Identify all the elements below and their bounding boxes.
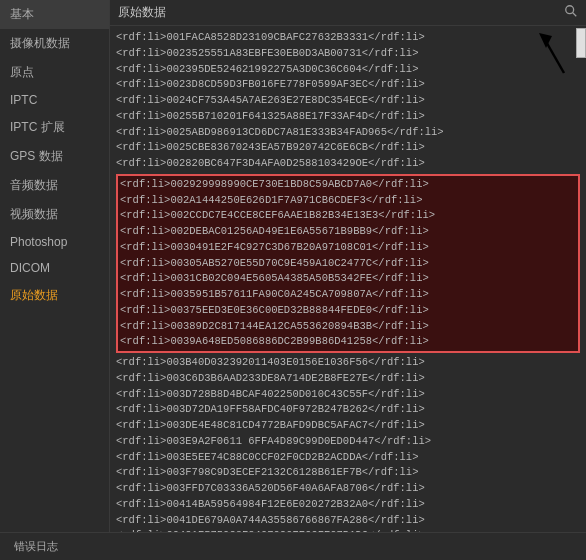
sidebar-item-video[interactable]: 视频数据 — [0, 200, 109, 229]
highlighted-line: <rdf:li>00375EED3E0E36C00ED32B88844FEDE0… — [120, 303, 576, 319]
sidebar-item-basic[interactable]: 基本 — [0, 0, 109, 29]
sidebar-item-photoshop[interactable]: Photoshop — [0, 229, 109, 255]
sidebar-item-audio[interactable]: 音频数据 — [0, 171, 109, 200]
text-line: <rdf:li>0025CBE83670243EA57B920742C6E6CB… — [116, 140, 580, 156]
text-line: <rdf:li>003D728B8D4BCAF402250D010C43C55F… — [116, 387, 580, 403]
highlighted-line: <rdf:li>0039A648ED5086886DC2B99B86D41258… — [120, 334, 576, 350]
sidebar-item-raw[interactable]: 原始数据 — [0, 281, 109, 310]
text-line: <rdf:li>001FACA8528D23109CBAFC27632B3331… — [116, 30, 580, 46]
highlighted-block: <rdf:li>002929998990CE730E1BD8C59ABCD7A0… — [116, 174, 580, 353]
highlighted-line: <rdf:li>00305AB5270E55D70C9E459A10C2477C… — [120, 256, 576, 272]
highlighted-line: <rdf:li>002DEBAC01256AD49E1E6A55671B9BB9… — [120, 224, 576, 240]
scrollbar-thumb[interactable] — [576, 28, 586, 58]
text-line: <rdf:li>00414BA59564984F12E6E020272B32A0… — [116, 497, 580, 513]
text-line: <rdf:li>003B40D032392011403E0156E1036F56… — [116, 355, 580, 371]
highlighted-line: <rdf:li>002929998990CE730E1BD8C59ABCD7A0… — [120, 177, 576, 193]
main-title: 原始数据 — [118, 4, 166, 21]
text-line: <rdf:li>003E9A2F0611 6FFA4D89C99D0ED0D44… — [116, 434, 580, 450]
lines-after-block: <rdf:li>003B40D032392011403E0156E1036F56… — [116, 355, 580, 532]
sidebar-item-origin[interactable]: 原点 — [0, 58, 109, 87]
sidebar: 基本 摄像机数据 原点 IPTC IPTC 扩展 GPS 数据 音频数据 视频数… — [0, 0, 110, 532]
raw-data-text[interactable]: <rdf:li>001FACA8528D23109CBAFC27632B3331… — [110, 26, 586, 532]
highlighted-line: <rdf:li>00389D2C817144EA12CA553620894B3B… — [120, 319, 576, 335]
highlighted-line: <rdf:li>002A1444250E626D1F7A971CB6CDEF3<… — [120, 193, 576, 209]
highlighted-line: <rdf:li>0035951B57611FA90C0A245CA709807A… — [120, 287, 576, 303]
bottom-bar: 错误日志 — [0, 532, 586, 560]
text-line: <rdf:li>00421E575928F8497039EECCFE07B1DC… — [116, 528, 580, 532]
text-line: <rdf:li>0041DE679A0A744A35586766867FA286… — [116, 513, 580, 529]
lines-before-block: <rdf:li>001FACA8528D23109CBAFC27632B3331… — [116, 30, 580, 172]
text-line: <rdf:li>002820BC647F3D4AFA0D2588103429OE… — [116, 156, 580, 172]
text-line: <rdf:li>0024CF753A45A7AE263E27E8DC354ECE… — [116, 93, 580, 109]
highlighted-line: <rdf:li>002CCDC7E4CCE8CEF6AAE1B82B34E13E… — [120, 208, 576, 224]
sidebar-item-iptc[interactable]: IPTC — [0, 87, 109, 113]
search-button[interactable] — [564, 4, 578, 21]
text-line: <rdf:li>0023D8CD59D3FB016FE778F0599AF3EC… — [116, 77, 580, 93]
text-line: <rdf:li>0023525551A83EBFE30EB0D3AB00731<… — [116, 46, 580, 62]
text-line: <rdf:li>003F798C9D3ECEF2132C6128B61EF7B<… — [116, 465, 580, 481]
text-line: <rdf:li>003E5EE74C88C0CCF02F0CD2B2ACDDA<… — [116, 450, 580, 466]
text-line: <rdf:li>002395DE524621992275A3D0C36C604<… — [116, 62, 580, 78]
sidebar-item-camera[interactable]: 摄像机数据 — [0, 29, 109, 58]
search-icon — [564, 4, 578, 18]
text-line: <rdf:li>003D72DA19FF58AFDC40F972B247B262… — [116, 402, 580, 418]
highlighted-line: <rdf:li>0030491E2F4C927C3D67B20A97108C01… — [120, 240, 576, 256]
sidebar-item-gps[interactable]: GPS 数据 — [0, 142, 109, 171]
svg-point-0 — [566, 6, 574, 14]
text-line: <rdf:li>00255B710201F641325A88E17F33AF4D… — [116, 109, 580, 125]
main-panel: 原始数据 <rdf:li>001FACA8528D23109CBAFC27632… — [110, 0, 586, 532]
svg-line-1 — [573, 13, 577, 17]
highlighted-line: <rdf:li>0031CB02C094E5605A4385A50B5342FE… — [120, 271, 576, 287]
error-log-item[interactable]: 错误日志 — [10, 537, 62, 556]
text-line: <rdf:li>003C6D3B6AAD233DE8A714DE2B8FE27E… — [116, 371, 580, 387]
sidebar-item-iptc-ext[interactable]: IPTC 扩展 — [0, 113, 109, 142]
text-line: <rdf:li>0025ABD986913CD6DC7A81E333B34FAD… — [116, 125, 580, 141]
sidebar-item-dicom[interactable]: DICOM — [0, 255, 109, 281]
main-header: 原始数据 — [110, 0, 586, 26]
text-line: <rdf:li>003FFD7C03336A520D56F40A6AFA8706… — [116, 481, 580, 497]
content-area: <rdf:li>001FACA8528D23109CBAFC27632B3331… — [110, 26, 586, 532]
text-line: <rdf:li>003DE4E48C81CD4772BAFD9DBC5AFAC7… — [116, 418, 580, 434]
